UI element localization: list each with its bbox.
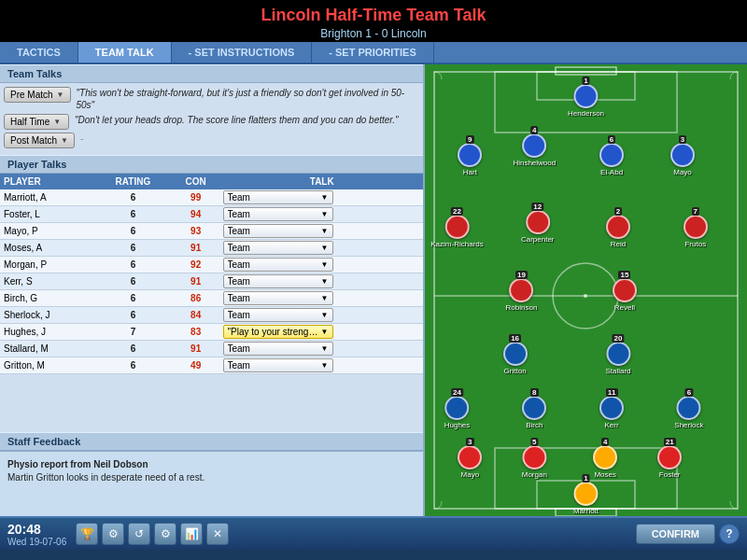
talk-select-button[interactable]: Team▼ [223,241,333,255]
gear-icon[interactable]: ⚙ [102,523,124,545]
player-token[interactable]: 1Henderson [568,84,604,118]
player-token[interactable]: 22Kazim-Richards [430,215,483,248]
tab-set-instructions[interactable]: - SET INSTRUCTIONS [172,42,313,63]
talk-select-button[interactable]: Team▼ [223,190,333,204]
player-name: Morgan, P [0,257,95,273]
trophy-icon[interactable]: 🏆 [76,523,98,545]
player-name: Kerr, S [0,273,95,290]
player-talk[interactable]: Team▼ [221,357,424,374]
player-token[interactable]: 21Foster [657,445,682,479]
col-con: CON [171,174,221,189]
player-name: Stallard, M [0,341,95,357]
player-token-name: Gritton [504,367,527,375]
confirm-button[interactable]: CONFIRM [636,524,715,544]
tab-team-talk[interactable]: TEAM TALK [78,42,172,63]
pre-match-button[interactable]: Pre Match ▼ [4,87,71,103]
player-talk[interactable]: Team▼ [221,206,424,223]
player-number: 16 [509,334,521,343]
svg-rect-0 [434,72,738,509]
col-talk: TALK [221,174,424,189]
settings-icon[interactable]: ⚙ [154,523,176,545]
player-rating: 6 [95,240,171,257]
player-token[interactable]: 15Revell [613,278,637,312]
page-title: Lincoln Half-Time Team Talk [0,6,747,25]
talk-select-button[interactable]: Team▼ [223,224,333,238]
player-con: 99 [171,189,221,206]
player-rating: 6 [95,223,171,240]
player-token[interactable]: 3Mayo [458,445,482,479]
bottom-icons: 🏆 ⚙ ↺ ⚙ 📊 ✕ [76,523,229,545]
player-token[interactable]: 20Stallard [605,342,630,375]
player-token[interactable]: 7Frutos [684,215,708,248]
player-talk[interactable]: Team▼ [221,257,424,273]
talk-select-button[interactable]: Team▼ [223,207,333,221]
post-match-button[interactable]: Post Match ▼ [4,133,75,148]
player-con: 91 [171,273,221,290]
refresh-icon[interactable]: ↺ [128,523,150,545]
player-token[interactable]: 2Reid [606,215,630,248]
player-token[interactable]: 24Hughes [444,396,471,429]
talk-select-button[interactable]: Team▼ [223,308,333,322]
player-token-name: Moses [594,470,616,479]
player-badge: 6 [677,396,701,420]
player-number: 5 [530,438,538,446]
chart-icon[interactable]: 📊 [180,523,203,545]
player-talk[interactable]: Team▼ [221,273,424,290]
player-badge: 15 [613,278,637,302]
player-token[interactable]: 19Robinson [506,278,538,312]
staff-feedback-header: Staff Feedback [0,432,423,451]
player-token[interactable]: 16Gritton [503,342,528,375]
player-token[interactable]: 9Hart [458,143,482,176]
talk-select-button[interactable]: "Play to your strengths."▼ [223,325,333,339]
player-token[interactable]: 4Moses [593,445,617,479]
player-talk[interactable]: Team▼ [221,189,424,206]
physio-report-header: Physio report from Neil Dobson [7,459,416,469]
player-talk[interactable]: Team▼ [221,307,424,324]
player-token[interactable]: 6Sherlock [674,396,703,429]
table-row: Hughes, J783"Play to your strengths."▼ [0,324,423,341]
player-token-name: Morgan [522,470,547,479]
table-row: Moses, A691Team▼ [0,240,423,257]
tab-set-priorities[interactable]: - SET PRIORITIES [312,42,434,63]
player-badge: 12 [526,210,550,234]
player-token[interactable]: 8Birch [522,396,546,429]
player-rating: 6 [95,189,171,206]
half-time-arrow: ▼ [53,118,61,126]
talk-select-button[interactable]: Team▼ [223,342,333,356]
player-token[interactable]: 4Hinshelwood [513,133,556,167]
help-button[interactable]: ? [719,524,740,544]
player-token[interactable]: 1Marriott [573,482,599,515]
player-badge: 11 [599,396,624,420]
player-number: 3 [466,438,473,446]
player-number: 24 [451,388,463,397]
player-talk[interactable]: Team▼ [221,290,424,307]
talk-select-button[interactable]: Team▼ [223,291,333,305]
close-icon[interactable]: ✕ [206,523,229,545]
player-badge: 3 [458,445,482,469]
player-talk[interactable]: "Play to your strengths."▼ [221,324,424,341]
player-token[interactable]: 12Carpenter [521,210,555,244]
player-rating: 6 [95,341,171,357]
player-talk[interactable]: Team▼ [221,240,424,257]
player-number: 11 [606,388,618,397]
tab-tactics[interactable]: TACTICS [0,42,78,63]
player-token[interactable]: 11Kerr [599,396,624,429]
match-score: Brighton 1 - 0 Lincoln [0,27,747,40]
post-match-arrow: ▼ [61,136,68,145]
talk-select-button[interactable]: Team▼ [223,358,333,372]
talk-select-button[interactable]: Team▼ [223,274,333,288]
player-name: Sherlock, J [0,307,95,324]
player-number: 6 [685,388,693,397]
player-token[interactable]: 3Mayo [670,143,695,176]
half-time-button[interactable]: Half Time ▼ [4,114,69,130]
player-badge: 4 [593,445,617,469]
post-match-text: - [80,133,419,145]
player-con: 84 [171,307,221,324]
talk-select-button[interactable]: Team▼ [223,258,333,272]
player-token[interactable]: 5Morgan [522,445,547,479]
player-talk[interactable]: Team▼ [221,341,424,357]
player-rating: 6 [95,273,171,290]
player-talk[interactable]: Team▼ [221,223,424,240]
player-name: Mayo, P [0,223,95,240]
player-token[interactable]: 6El-Abd [599,143,624,176]
